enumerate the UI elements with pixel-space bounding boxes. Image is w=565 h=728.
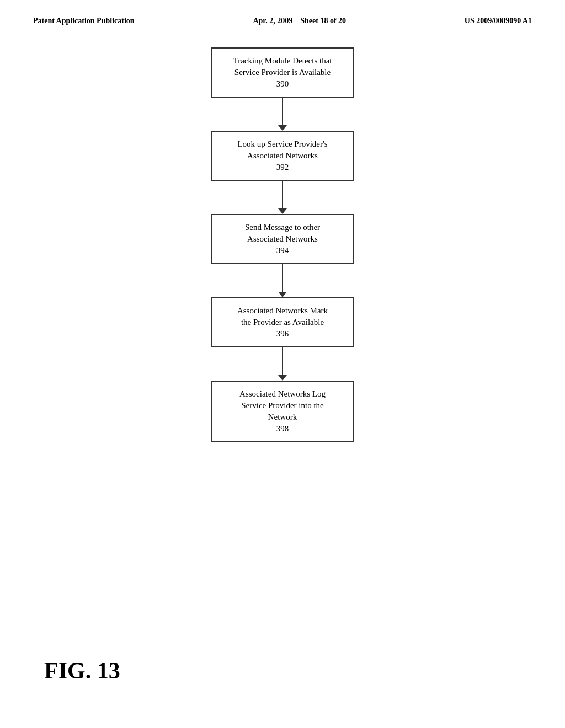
figure-label: FIG. 13 bbox=[44, 657, 120, 684]
page-header: Patent Application Publication Apr. 2, 2… bbox=[0, 0, 565, 36]
box-390-number: 390 bbox=[233, 78, 332, 90]
flowchart-box-396: Associated Networks Mark the Provider as… bbox=[211, 297, 354, 347]
connector-2 bbox=[278, 181, 287, 214]
flowchart-box-394: Send Message to other Associated Network… bbox=[211, 214, 354, 264]
connector-4 bbox=[278, 347, 287, 381]
connector-line-4 bbox=[282, 347, 283, 375]
connector-3 bbox=[278, 264, 287, 297]
box-398-line2: Service Provider into the bbox=[239, 400, 326, 411]
connector-arrow-4 bbox=[278, 375, 287, 381]
diagram-area: Tracking Module Detects that Service Pro… bbox=[0, 36, 565, 442]
box-396-line1: Associated Networks Mark bbox=[237, 305, 328, 317]
box-390-line1: Tracking Module Detects that bbox=[233, 55, 332, 67]
header-sheet: Sheet 18 of 20 bbox=[300, 17, 346, 25]
flowchart-box-390: Tracking Module Detects that Service Pro… bbox=[211, 47, 354, 98]
box-394-number: 394 bbox=[245, 245, 320, 256]
box-396-text: Associated Networks Mark the Provider as… bbox=[237, 305, 328, 340]
box-398-line3: Network bbox=[239, 411, 326, 423]
connector-arrow-1 bbox=[278, 125, 287, 131]
box-394-line2: Associated Networks bbox=[245, 233, 320, 245]
box-392-number: 392 bbox=[237, 162, 327, 173]
connector-arrow-3 bbox=[278, 292, 287, 297]
flowchart-box-398: Associated Networks Log Service Provider… bbox=[211, 381, 354, 442]
box-394-line1: Send Message to other bbox=[245, 222, 320, 233]
connector-arrow-2 bbox=[278, 208, 287, 214]
flowchart-box-392: Look up Service Provider's Associated Ne… bbox=[211, 131, 354, 181]
connector-1 bbox=[278, 98, 287, 131]
header-publication: Patent Application Publication bbox=[33, 17, 135, 25]
header-center: Apr. 2, 2009 Sheet 18 of 20 bbox=[253, 17, 346, 25]
box-392-line1: Look up Service Provider's bbox=[237, 138, 327, 150]
header-patent-number: US 2009/0089090 A1 bbox=[465, 17, 532, 25]
box-392-text: Look up Service Provider's Associated Ne… bbox=[237, 138, 327, 173]
box-390-text: Tracking Module Detects that Service Pro… bbox=[233, 55, 332, 90]
connector-line-3 bbox=[282, 264, 283, 292]
header-date: Apr. 2, 2009 bbox=[253, 17, 292, 25]
box-392-line2: Associated Networks bbox=[237, 150, 327, 162]
box-390-line2: Service Provider is Available bbox=[233, 67, 332, 78]
box-396-number: 396 bbox=[237, 328, 328, 340]
box-394-text: Send Message to other Associated Network… bbox=[245, 222, 320, 256]
box-396-line2: the Provider as Available bbox=[237, 317, 328, 328]
box-398-text: Associated Networks Log Service Provider… bbox=[239, 388, 326, 435]
connector-line-1 bbox=[282, 98, 283, 125]
box-398-line1: Associated Networks Log bbox=[239, 388, 326, 400]
box-398-number: 398 bbox=[239, 423, 326, 435]
connector-line-2 bbox=[282, 181, 283, 208]
